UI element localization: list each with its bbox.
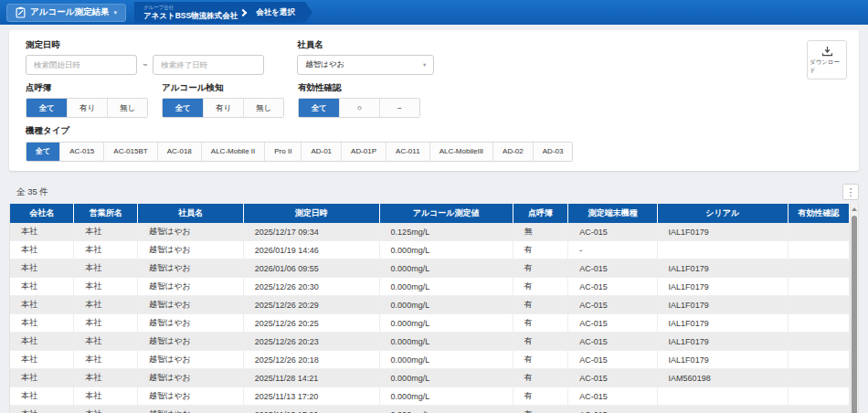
table-cell: 有 — [513, 278, 568, 296]
scroll-up-icon[interactable] — [852, 207, 857, 211]
scrollbar-thumb[interactable] — [852, 216, 857, 413]
validity-option[interactable]: 全て — [299, 99, 339, 117]
breadcrumb: グループ会社 アネストBSS物流株式会社 会社を選択 — [134, 2, 312, 23]
column-header: 点呼簿 — [513, 204, 568, 223]
table-cell: 本社 — [74, 241, 138, 259]
model-type-segmented-control: 全てAC-015AC-015BTAC-018ALC-Mobile IIPro I… — [26, 142, 573, 162]
model-type-option[interactable]: Pro II — [264, 143, 301, 161]
group-company-name: アネストBSS物流株式会社 — [143, 11, 238, 20]
table-cell — [657, 387, 788, 406]
model-type-option[interactable]: AD-01 — [301, 143, 341, 161]
table-cell: 越智はやお — [138, 241, 244, 259]
alcohol-detect-segmented-control: 全て有り無し — [162, 98, 284, 118]
model-type-option[interactable]: AC-015BT — [103, 143, 156, 161]
search-start-datetime-input[interactable] — [26, 55, 137, 75]
download-button[interactable]: ダウンロード — [807, 40, 847, 79]
model-type-field: 機種タイプ 全てAC-015AC-015BTAC-018ALC-Mobile I… — [26, 125, 842, 162]
filter-panel: 測定日時 ~ 社員名 越智はやお ▾ 点呼簿 全て有り無し アルコール検知 全て… — [9, 30, 859, 171]
download-icon — [821, 46, 833, 57]
table-cell: 本社 — [74, 387, 138, 406]
chevron-down-icon: ▾ — [113, 9, 117, 16]
table-cell: 有 — [513, 351, 568, 369]
page-title-menu-button[interactable]: アルコール測定結果 ▾ — [6, 4, 126, 22]
rollcall-option[interactable]: 有り — [67, 99, 107, 117]
breadcrumb-select-company[interactable]: 会社を選択 — [243, 2, 312, 23]
table-row[interactable]: 本社本社越智はやお2026/01/19 14:460.000mg/L有- — [10, 241, 850, 259]
table-cell: 越智はやお — [138, 278, 244, 296]
table-row[interactable]: 本社本社越智はやお2025/12/26 20:250.000mg/L有AC-01… — [10, 314, 850, 333]
table-cell: 2025/12/26 20:30 — [243, 278, 379, 296]
alcohol-detect-option[interactable]: 無し — [243, 99, 283, 117]
model-type-option[interactable]: AD-02 — [492, 143, 533, 161]
table-cell: 本社 — [10, 314, 74, 333]
table-cell: 本社 — [10, 333, 74, 351]
alcohol-detect-label: アルコール検知 — [162, 82, 284, 94]
table-cell: 0.000mg/L — [379, 387, 513, 406]
vertical-scrollbar[interactable] — [850, 204, 858, 413]
alcohol-detect-option[interactable]: 有り — [203, 99, 243, 117]
employee-select[interactable]: 越智はやお ▾ — [297, 55, 434, 75]
breadcrumb-group-company[interactable]: グループ会社 アネストBSS物流株式会社 — [134, 2, 253, 23]
model-type-option[interactable]: AD-01P — [341, 143, 386, 161]
table-cell: 無 — [513, 223, 568, 241]
table-row[interactable]: 本社本社越智はやお2025/12/26 20:290.000mg/L有AC-01… — [10, 296, 850, 314]
table-cell: IAL1F0179 — [657, 223, 788, 241]
table-cell: 本社 — [74, 314, 138, 333]
table-cell: IAL1F0179 — [657, 296, 788, 314]
table-row[interactable]: 本社本社越智はやお2025/11/28 14:210.000mg/L有AC-01… — [10, 369, 850, 387]
table-row[interactable]: 本社本社越智はやお2026/01/06 09:550.000mg/L有AC-01… — [10, 259, 850, 278]
validity-option[interactable]: − — [379, 99, 419, 117]
model-type-option[interactable]: AC-011 — [386, 143, 429, 161]
table-menu-button[interactable]: ⋮ — [842, 184, 859, 200]
table-cell: 有 — [513, 369, 568, 387]
table-cell: 越智はやお — [138, 314, 244, 333]
model-type-option[interactable]: AD-03 — [533, 143, 573, 161]
table-cell: 有 — [513, 314, 568, 333]
table-row[interactable]: 本社本社越智はやお2025/11/13 17:200.000mg/L有AC-01… — [10, 387, 850, 406]
column-header: 有効性確認 — [788, 204, 849, 223]
results-section: 全 35 件 ⋮ 会社名営業所名社員名測定日時アルコール測定値点呼簿測定端末機種… — [9, 184, 859, 413]
model-type-option[interactable]: AC-015 — [59, 143, 103, 161]
table-cell: 2025/12/26 20:23 — [243, 333, 379, 351]
top-bar: アルコール測定結果 ▾ グループ会社 アネストBSS物流株式会社 会社を選択 — [0, 0, 868, 25]
table-cell: 有 — [513, 259, 568, 278]
model-type-option[interactable]: ALC-MobileIII — [429, 143, 492, 161]
table-cell: 本社 — [74, 369, 138, 387]
table-cell: 本社 — [74, 278, 138, 296]
table-cell — [788, 223, 849, 241]
tilde-separator: ~ — [143, 60, 147, 69]
alcohol-detect-field: アルコール検知 全て有り無し — [162, 82, 284, 118]
table-cell: 2025/12/26 20:25 — [243, 314, 379, 333]
search-end-datetime-input[interactable] — [153, 55, 264, 75]
table-cell: 本社 — [10, 223, 74, 241]
table-cell: 0.000mg/L — [379, 333, 513, 351]
table-row[interactable]: 本社本社越智はやお2025/12/17 09:340.125mg/L無AC-01… — [10, 223, 850, 241]
rollcall-option[interactable]: 全て — [26, 99, 67, 117]
alcohol-detect-option[interactable]: 全て — [163, 99, 203, 117]
table-cell: 越智はやお — [138, 406, 244, 413]
table-cell: 2026/01/19 14:46 — [243, 241, 379, 259]
table-cell: 0.000mg/L — [379, 241, 513, 259]
table-cell: 本社 — [10, 259, 74, 278]
table-cell: AC-015 — [568, 387, 657, 406]
table-row[interactable]: 本社本社越智はやお2025/12/26 20:180.000mg/L有AC-01… — [10, 351, 850, 369]
rollcall-option[interactable]: 無し — [107, 99, 147, 117]
table-cell: 2025/12/17 09:34 — [243, 223, 379, 241]
validity-option[interactable]: ○ — [339, 99, 379, 117]
column-header: 測定端末機種 — [568, 204, 657, 223]
table-cell: 2025/12/26 20:18 — [243, 351, 379, 369]
employee-name-label: 社員名 — [297, 39, 434, 51]
table-row[interactable]: 本社本社越智はやお2025/11/13 17:200.000mg/L有AC-01… — [10, 406, 850, 413]
table-cell: 本社 — [74, 296, 138, 314]
table-cell: AC-015 — [568, 314, 657, 333]
table-cell: 越智はやお — [138, 223, 244, 241]
table-cell — [788, 351, 849, 369]
column-header: シリアル — [657, 204, 788, 223]
model-type-option[interactable]: ALC-Mobile II — [201, 143, 264, 161]
column-header: 社員名 — [138, 204, 244, 223]
model-type-option[interactable]: 全て — [26, 143, 59, 161]
table-row[interactable]: 本社本社越智はやお2025/12/26 20:300.000mg/L有AC-01… — [10, 278, 850, 296]
model-type-option[interactable]: AC-018 — [157, 143, 201, 161]
table-cell: 越智はやお — [138, 333, 244, 351]
table-row[interactable]: 本社本社越智はやお2025/12/26 20:230.000mg/L有AC-01… — [10, 333, 850, 351]
